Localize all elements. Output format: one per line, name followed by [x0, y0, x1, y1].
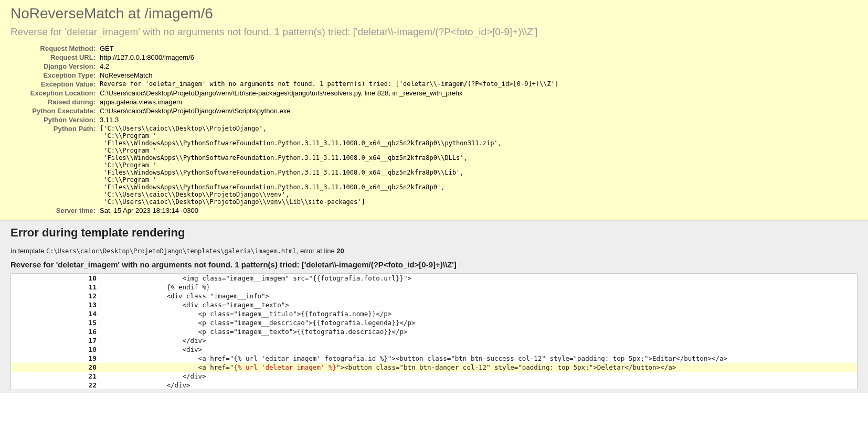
meta-value: C:\Users\caioc\Desktop\ProjetoDjango\ven… [100, 89, 558, 98]
source-row: 17 </div> [11, 336, 858, 345]
error-summary: NoReverseMatch at /imagem/6 Reverse for … [0, 0, 868, 221]
source-row: 12 <div class="imagem__info"> [11, 292, 858, 300]
source-row: 18 <div> [11, 345, 858, 354]
source-code: <a href="{% url 'deletar_imagem' %}"><bu… [100, 363, 858, 372]
source-lineno: 19 [11, 354, 100, 363]
error-subtitle: Reverse for 'deletar_imagem' with no arg… [10, 26, 858, 38]
source-code: <div class="imagem__info"> [100, 292, 858, 300]
request-meta-table: Request Method: GET Request URL: http://… [10, 44, 558, 215]
source-code: </div> [100, 336, 858, 345]
source-code: </div> [100, 372, 858, 381]
meta-row: Exception Value: Reverse for 'deletar_im… [10, 80, 558, 89]
template-source-table: 10 <img class="imagem__imagem" src="{{fo… [10, 273, 858, 390]
meta-row: Exception Location: C:\Users\caioc\Deskt… [10, 89, 558, 98]
meta-label: Exception Type: [10, 71, 100, 80]
template-error-message: Reverse for 'deletar_imagem' with no arg… [10, 260, 858, 269]
error-line-number: 20 [336, 247, 344, 255]
meta-row: Python Executable: C:\Users\caioc\Deskto… [10, 106, 558, 115]
source-code: <img class="imagem__imagem" src="{{fotog… [100, 274, 858, 283]
intro-prefix: In template [10, 247, 46, 255]
meta-label: Server time: [10, 206, 100, 215]
source-code: <div> [100, 345, 858, 354]
source-lineno: 22 [11, 381, 100, 390]
meta-value: Sat, 15 Apr 2023 18:13:14 -0300 [100, 206, 558, 215]
meta-row: Python Path: ['C:\\Users\\caioc\\Desktop… [10, 124, 558, 206]
source-code: <p class="imagem__titulo">{{fotografia.n… [100, 309, 858, 318]
meta-label: Request URL: [10, 53, 100, 62]
source-row: 19 <a href="{% url 'editar_imagem' fotog… [11, 354, 858, 363]
meta-value: GET [100, 44, 558, 53]
python-path-pre: ['C:\\Users\\caioc\\Desktop\\ProjetoDjan… [100, 125, 558, 206]
source-lineno: 14 [11, 309, 100, 318]
meta-row: Request URL: http://127.0.0.1:8000/image… [10, 53, 558, 62]
source-code: <div class="imagem__texto"> [100, 300, 858, 309]
meta-row: Request Method: GET [10, 44, 558, 53]
meta-value: 3.11.3 [100, 115, 558, 124]
intro-mid: , error at line [297, 247, 337, 255]
source-row: 15 <p class="imagem__descricao">{{fotogr… [11, 318, 858, 327]
source-lineno: 12 [11, 292, 100, 300]
source-code: </div> [100, 381, 858, 390]
meta-value: apps.galeria.views.imagem [100, 98, 558, 106]
source-lineno: 17 [11, 336, 100, 345]
source-lineno: 10 [11, 274, 100, 283]
meta-row: Django Version: 4.2 [10, 62, 558, 71]
meta-label: Python Version: [10, 115, 100, 124]
source-row: 10 <img class="imagem__imagem" src="{{fo… [11, 274, 858, 283]
meta-label: Exception Value: [10, 80, 100, 89]
meta-row: Server time: Sat, 15 Apr 2023 18:13:14 -… [10, 206, 558, 215]
source-code: <p class="imagem__texto">{{fotografia.de… [100, 327, 858, 336]
source-lineno: 11 [11, 283, 100, 292]
source-code: <p class="imagem__descricao">{{fotografi… [100, 318, 858, 327]
source-lineno: 18 [11, 345, 100, 354]
meta-label: Exception Location: [10, 89, 100, 98]
source-row: 13 <div class="imagem__texto"> [11, 300, 858, 309]
meta-row: Raised during: apps.galeria.views.imagem [10, 98, 558, 106]
error-highlight: {% url 'deletar_imagem' %} [234, 363, 336, 371]
source-lineno: 21 [11, 372, 100, 381]
meta-value: Reverse for 'deletar_imagem' with no arg… [100, 80, 558, 89]
source-code: <a href="{% url 'editar_imagem' fotograf… [100, 354, 858, 363]
template-error-heading: Error during template rendering [10, 226, 858, 240]
template-path: C:\Users\caioc\Desktop\ProjetoDjango\tem… [46, 247, 297, 255]
meta-row: Python Version: 3.11.3 [10, 115, 558, 124]
meta-label: Python Path: [10, 124, 100, 206]
meta-value: C:\Users\caioc\Desktop\ProjetoDjango\ven… [100, 106, 558, 115]
meta-label: Request Method: [10, 44, 100, 53]
meta-row: Exception Type: NoReverseMatch [10, 71, 558, 80]
meta-label: Raised during: [10, 98, 100, 106]
source-row: 11 {% endif %} [11, 283, 858, 292]
meta-label: Python Executable: [10, 106, 100, 115]
source-row: 16 <p class="imagem__texto">{{fotografia… [11, 327, 858, 336]
meta-value: ['C:\\Users\\caioc\\Desktop\\ProjetoDjan… [100, 124, 558, 206]
source-row: 20 <a href="{% url 'deletar_imagem' %}">… [11, 363, 858, 372]
source-row: 22 </div> [11, 381, 858, 390]
source-row: 14 <p class="imagem__titulo">{{fotografi… [11, 309, 858, 318]
template-error-section: Error during template rendering In templ… [0, 221, 868, 393]
template-error-intro: In template C:\Users\caioc\Desktop\Proje… [10, 247, 858, 255]
source-lineno: 15 [11, 318, 100, 327]
meta-label: Django Version: [10, 62, 100, 71]
source-lineno: 20 [11, 363, 100, 372]
error-title: NoReverseMatch at /imagem/6 [10, 5, 858, 22]
source-lineno: 16 [11, 327, 100, 336]
source-row: 21 </div> [11, 372, 858, 381]
source-code: {% endif %} [100, 283, 858, 292]
meta-value: NoReverseMatch [100, 71, 558, 80]
source-lineno: 13 [11, 300, 100, 309]
meta-value: http://127.0.0.1:8000/imagem/6 [100, 53, 558, 62]
meta-value: 4.2 [100, 62, 558, 71]
